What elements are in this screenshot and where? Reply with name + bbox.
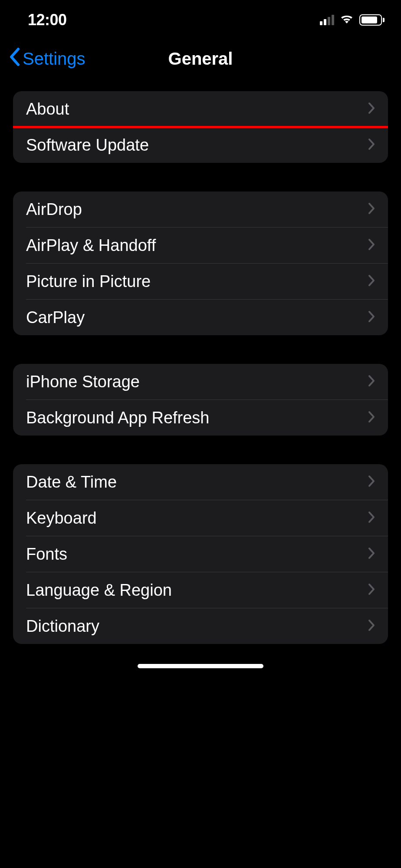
home-indicator[interactable]: [138, 664, 263, 668]
row-dictionary[interactable]: Dictionary: [13, 608, 388, 644]
row-label: About: [26, 100, 69, 119]
chevron-right-icon: [368, 274, 375, 288]
row-label: Fonts: [26, 545, 67, 564]
chevron-right-icon: [368, 511, 375, 525]
row-airplay-handoff[interactable]: AirPlay & Handoff: [13, 228, 388, 263]
chevron-right-icon: [368, 411, 375, 425]
row-label: AirPlay & Handoff: [26, 236, 156, 255]
row-label: iPhone Storage: [26, 373, 140, 391]
page-title: General: [168, 49, 233, 69]
row-label: Background App Refresh: [26, 409, 210, 427]
wifi-icon: [339, 13, 355, 27]
status-icons: [320, 13, 385, 27]
status-bar: 12:00: [0, 0, 401, 30]
settings-section: Date & TimeKeyboardFontsLanguage & Regio…: [13, 464, 388, 644]
chevron-right-icon: [368, 138, 375, 152]
row-label: Picture in Picture: [26, 272, 151, 291]
row-label: AirDrop: [26, 200, 82, 219]
status-time: 12:00: [28, 11, 67, 29]
settings-content: AboutSoftware UpdateAirDropAirPlay & Han…: [0, 78, 401, 644]
navigation-header: Settings General: [0, 39, 401, 78]
row-date-time[interactable]: Date & Time: [13, 464, 388, 500]
cellular-signal-icon: [320, 15, 334, 25]
row-background-app-refresh[interactable]: Background App Refresh: [13, 400, 388, 436]
chevron-right-icon: [368, 202, 375, 216]
back-button[interactable]: Settings: [9, 47, 85, 70]
chevron-right-icon: [368, 238, 375, 252]
row-label: Language & Region: [26, 581, 172, 600]
row-label: Dictionary: [26, 617, 99, 636]
row-language-region[interactable]: Language & Region: [13, 572, 388, 608]
row-label: CarPlay: [26, 308, 85, 327]
row-carplay[interactable]: CarPlay: [13, 300, 388, 335]
chevron-right-icon: [368, 583, 375, 597]
row-label: Keyboard: [26, 509, 97, 528]
chevron-right-icon: [368, 310, 375, 324]
chevron-left-icon: [9, 47, 21, 70]
settings-section: AirDropAirPlay & HandoffPicture in Pictu…: [13, 191, 388, 335]
chevron-right-icon: [368, 619, 375, 633]
row-label: Date & Time: [26, 473, 117, 492]
chevron-right-icon: [368, 102, 375, 116]
battery-icon: [359, 14, 385, 26]
row-iphone-storage[interactable]: iPhone Storage: [13, 364, 388, 399]
row-label: Software Update: [26, 136, 149, 155]
chevron-right-icon: [368, 475, 375, 489]
settings-section: AboutSoftware Update: [13, 91, 388, 163]
back-label: Settings: [23, 49, 85, 69]
row-fonts[interactable]: Fonts: [13, 536, 388, 572]
settings-section: iPhone StorageBackground App Refresh: [13, 364, 388, 436]
row-software-update[interactable]: Software Update: [13, 127, 388, 163]
row-picture-in-picture[interactable]: Picture in Picture: [13, 264, 388, 299]
chevron-right-icon: [368, 375, 375, 389]
row-about[interactable]: About: [13, 91, 388, 127]
chevron-right-icon: [368, 547, 375, 561]
row-keyboard[interactable]: Keyboard: [13, 500, 388, 536]
row-airdrop[interactable]: AirDrop: [13, 191, 388, 227]
